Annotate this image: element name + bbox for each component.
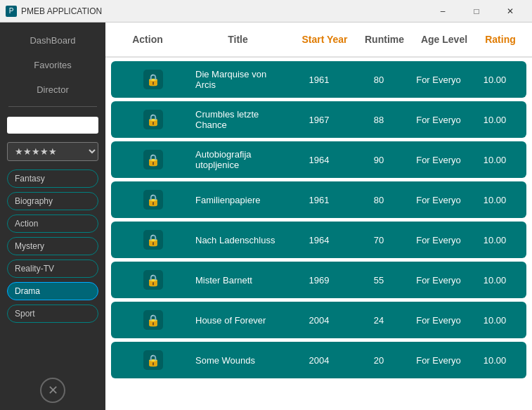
genre-tag-action[interactable]: Action <box>7 214 98 233</box>
row-rating: 10.00 <box>470 315 519 326</box>
row-age-level: For Everyo <box>407 195 470 205</box>
row-runtime: 88 <box>351 115 407 125</box>
row-start-year: 1969 <box>287 275 351 286</box>
row-rating: 10.00 <box>470 275 519 286</box>
row-rating: 10.00 <box>470 235 519 245</box>
row-start-year: 1961 <box>287 195 351 205</box>
row-title: Autobiografija utopljenice <box>188 149 287 170</box>
app-icon: P <box>6 6 17 17</box>
maximize-button[interactable]: □ <box>460 1 493 21</box>
table-row[interactable]: 🔒Nach Ladenschluss196470For Everyo10.00 <box>111 222 526 258</box>
row-age-level: For Everyo <box>407 315 470 326</box>
minimize-button[interactable]: – <box>427 1 459 21</box>
table-body: 🔒Die Marquise von Arcis196180For Everyo1… <box>105 58 532 410</box>
row-action-cell: 🔒 <box>118 190 188 210</box>
genre-tag-biography[interactable]: Biography <box>7 192 98 210</box>
row-action-cell: 🔒 <box>118 350 188 370</box>
header-title: Title <box>183 34 293 45</box>
row-action-cell: 🔒 <box>118 70 188 89</box>
app-container: DashBoard Favorites Director 🔍 ★★★★★ ★★★… <box>0 23 532 410</box>
header-action: Action <box>112 34 183 45</box>
genre-tag-fantasy[interactable]: Fantasy <box>7 169 98 188</box>
table-row[interactable]: 🔒Mister Barnett196955For Everyo10.00 <box>111 262 526 298</box>
genre-tag-reality-tv[interactable]: Reality-TV <box>7 260 98 278</box>
header-rating: Rating <box>476 34 525 45</box>
row-age-level: For Everyo <box>407 115 470 125</box>
close-circle-button[interactable]: ✕ <box>40 378 65 403</box>
action-icon[interactable]: 🔒 <box>143 150 163 169</box>
sidebar: DashBoard Favorites Director 🔍 ★★★★★ ★★★… <box>0 23 105 410</box>
row-start-year: 1964 <box>287 155 351 165</box>
row-start-year: 2004 <box>287 355 351 366</box>
action-icon[interactable]: 🔒 <box>143 110 163 129</box>
action-icon[interactable]: 🔒 <box>143 230 163 250</box>
genre-tags: FantasyBiographyActionMysteryReality-TVD… <box>0 164 105 371</box>
row-rating: 10.00 <box>470 155 519 165</box>
action-icon[interactable]: 🔒 <box>143 270 163 290</box>
table-row[interactable]: 🔒Some Wounds200420For Everyo10.00 <box>111 342 526 378</box>
row-age-level: For Everyo <box>407 155 470 165</box>
row-rating: 10.00 <box>470 195 519 205</box>
row-rating: 10.00 <box>470 355 519 366</box>
close-button[interactable]: ✕ <box>494 1 526 21</box>
row-start-year: 1967 <box>287 115 351 125</box>
row-runtime: 24 <box>351 315 407 326</box>
row-rating: 10.00 <box>470 115 519 125</box>
row-runtime: 55 <box>351 275 407 286</box>
search-container: 🔍 <box>7 117 98 134</box>
row-title: Some Wounds <box>188 355 287 366</box>
action-icon[interactable]: 🔒 <box>143 310 163 330</box>
table-row[interactable]: 🔒Autobiografija utopljenice196490For Eve… <box>111 141 526 178</box>
row-runtime: 20 <box>351 355 407 366</box>
row-age-level: For Everyo <box>407 235 470 245</box>
row-rating: 10.00 <box>470 75 519 85</box>
row-action-cell: 🔒 <box>118 230 188 250</box>
title-bar-text: PMEB APPLICATION <box>21 6 427 16</box>
row-title: Familienpapiere <box>188 195 287 205</box>
row-age-level: For Everyo <box>407 275 470 286</box>
sidebar-divider <box>8 106 97 107</box>
row-age-level: For Everyo <box>407 355 470 366</box>
sidebar-footer: ✕ <box>0 371 105 410</box>
title-bar-controls: – □ ✕ <box>427 1 526 21</box>
row-action-cell: 🔒 <box>118 110 188 129</box>
action-icon[interactable]: 🔒 <box>143 190 163 210</box>
title-bar: P PMEB APPLICATION – □ ✕ <box>0 0 532 23</box>
table-header: ActionTitleStart YearRuntimeAge LevelRat… <box>105 23 532 58</box>
rating-select[interactable]: ★★★★★ ★★★★☆ ★★★☆☆ ★★☆☆☆ ★☆☆☆☆ <box>7 142 98 161</box>
row-action-cell: 🔒 <box>118 310 188 330</box>
sidebar-item-favorites[interactable]: Favorites <box>0 53 105 77</box>
sidebar-item-director[interactable]: Director <box>0 77 105 102</box>
row-runtime: 90 <box>351 155 407 165</box>
row-runtime: 70 <box>351 235 407 245</box>
row-start-year: 2004 <box>287 315 351 326</box>
row-runtime: 80 <box>351 75 407 85</box>
table-row[interactable]: 🔒Crumbles letzte Chance196788For Everyo1… <box>111 101 526 138</box>
row-action-cell: 🔒 <box>118 150 188 169</box>
search-input[interactable] <box>7 117 98 134</box>
table-row[interactable]: 🔒House of Forever200424For Everyo10.00 <box>111 302 526 338</box>
row-start-year: 1961 <box>287 75 351 85</box>
row-title: House of Forever <box>188 315 287 326</box>
table-row[interactable]: 🔒Die Marquise von Arcis196180For Everyo1… <box>111 61 526 98</box>
sidebar-item-dashboard[interactable]: DashBoard <box>0 28 105 53</box>
header-runtime: Runtime <box>356 34 413 45</box>
header-startYear: Start Year <box>293 34 356 45</box>
row-title: Die Marquise von Arcis <box>188 69 287 90</box>
main-content: ActionTitleStart YearRuntimeAge LevelRat… <box>105 23 532 410</box>
row-start-year: 1964 <box>287 235 351 245</box>
row-title: Mister Barnett <box>188 275 287 286</box>
genre-tag-sport[interactable]: Sport <box>7 305 98 323</box>
row-runtime: 80 <box>351 195 407 205</box>
genre-tag-mystery[interactable]: Mystery <box>7 237 98 255</box>
row-action-cell: 🔒 <box>118 270 188 290</box>
header-ageLevel: Age Level <box>413 34 476 45</box>
action-icon[interactable]: 🔒 <box>143 350 163 370</box>
genre-tag-drama[interactable]: Drama <box>7 282 98 300</box>
table-row[interactable]: 🔒Familienpapiere196180For Everyo10.00 <box>111 181 526 218</box>
row-age-level: For Everyo <box>407 75 470 85</box>
row-title: Crumbles letzte Chance <box>188 109 287 130</box>
action-icon[interactable]: 🔒 <box>143 70 163 89</box>
row-title: Nach Ladenschluss <box>188 235 287 245</box>
